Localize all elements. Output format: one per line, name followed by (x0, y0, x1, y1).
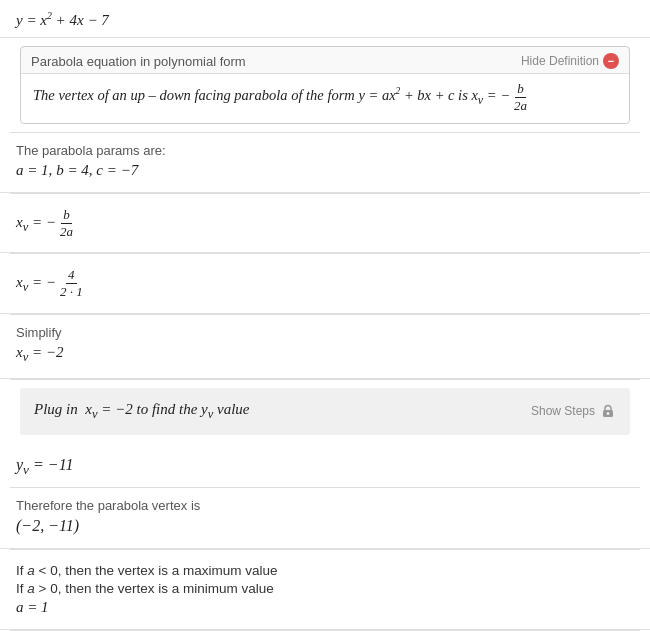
definition-title: Parabola equation in polynomial form (31, 54, 246, 69)
step1-section: xv = −b2a (0, 194, 650, 253)
definition-box: Parabola equation in polynomial form Hid… (20, 46, 630, 124)
min-max-line-1: If a < 0, then the vertex is a maximum v… (16, 563, 634, 578)
min-max-line-2: If a > 0, then the vertex is a minimum v… (16, 581, 634, 596)
a-value: a = 1 (16, 599, 634, 616)
simplify-section: Simplify xv = −2 (0, 315, 650, 379)
show-steps-label: Show Steps (531, 404, 595, 418)
definition-content: The vertex of an up – down facing parabo… (21, 73, 629, 123)
simplify-label: Simplify (16, 325, 634, 340)
plugin-text: Plug in xv = −2 to find the yv value (34, 401, 250, 422)
plugin-box: Plug in xv = −2 to find the yv value Sho… (20, 388, 630, 435)
step2-formula: xv = −42 · 1 (16, 267, 634, 299)
step2-section: xv = −42 · 1 (0, 254, 650, 313)
vertex-value: (−2, −11) (16, 517, 634, 535)
yv-result-section: yv = −11 (0, 443, 650, 487)
yv-result: yv = −11 (16, 456, 634, 478)
min-max-section: If a < 0, then the vertex is a maximum v… (0, 550, 650, 630)
show-steps-button[interactable]: Show Steps (531, 403, 616, 419)
simplify-result: xv = −2 (16, 344, 634, 365)
therefore-section: Therefore the parabola vertex is (−2, −1… (0, 488, 650, 549)
step1-formula: xv = −b2a (16, 207, 634, 239)
svg-point-1 (607, 412, 609, 414)
params-label: The parabola params are: (16, 143, 634, 158)
params-values: a = 1, b = 4, c = −7 (16, 162, 634, 179)
hide-definition-button[interactable]: Hide Definition − (521, 53, 619, 69)
hide-icon: − (603, 53, 619, 69)
params-section: The parabola params are: a = 1, b = 4, c… (0, 133, 650, 193)
therefore-label: Therefore the parabola vertex is (16, 498, 634, 513)
lock-icon (600, 403, 616, 419)
main-equation: y = x2 + 4x − 7 (16, 12, 109, 28)
hide-definition-label: Hide Definition (521, 54, 599, 68)
